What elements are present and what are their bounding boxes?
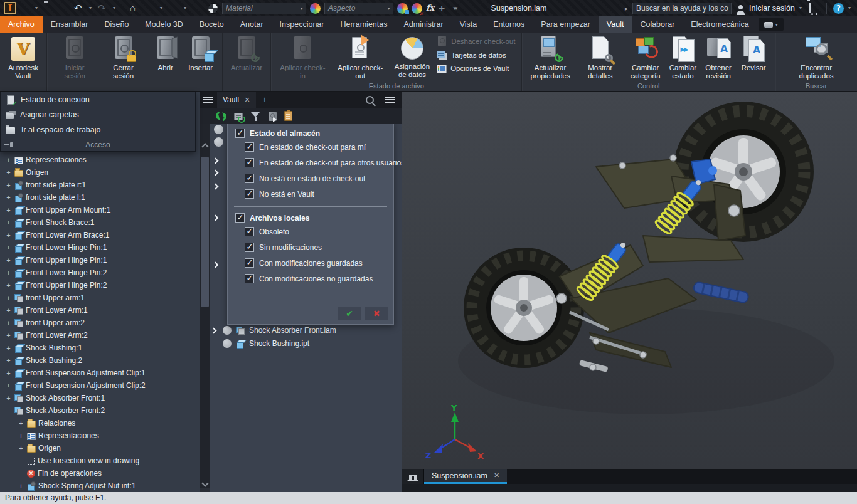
ribbon-tab[interactable]: Modelo 3D bbox=[137, 16, 191, 33]
ribbon-tab[interactable]: Diseño bbox=[96, 16, 137, 33]
scrollbar-thumb[interactable] bbox=[201, 157, 209, 307]
clipboard-icon[interactable] bbox=[284, 111, 292, 121]
tree-expand-toggle[interactable]: + bbox=[5, 307, 12, 314]
tree-expand-toggle[interactable]: + bbox=[18, 444, 24, 452]
tree-item[interactable]: + Front Upper Hinge Pin:1 bbox=[0, 254, 200, 266]
tree-expand-toggle[interactable]: + bbox=[5, 344, 12, 352]
filter-checkbox-item[interactable]: Con modificaciones guardadas bbox=[228, 255, 393, 271]
tree-expand-toggle[interactable]: + bbox=[5, 269, 12, 276]
access-menu-item[interactable]: Estado de conexión bbox=[1, 92, 195, 107]
filter-checkbox-item[interactable]: No está en Vault bbox=[228, 186, 393, 202]
ribbon-button[interactable]: Abrir bbox=[148, 34, 183, 73]
vault-file-row[interactable]: Shock Bushing.ipt bbox=[210, 337, 402, 350]
ribbon-button[interactable]: Iniciar sesión bbox=[51, 34, 98, 81]
tree-item[interactable]: + Front Upper Arm Mount:1 bbox=[0, 204, 200, 216]
pin-icon[interactable] bbox=[4, 142, 13, 148]
vault-export-icon[interactable] bbox=[269, 112, 277, 121]
tree-item[interactable]: + Front Lower Arm Brace:1 bbox=[0, 229, 200, 241]
tree-expand-toggle[interactable]: + bbox=[5, 357, 12, 364]
tree-item[interactable]: + Shock Bushing:1 bbox=[0, 342, 200, 354]
tree-expand-toggle[interactable]: + bbox=[5, 181, 12, 189]
undo-dropdown-icon[interactable]: ▾ bbox=[89, 3, 94, 14]
tree-expand-toggle[interactable]: + bbox=[5, 332, 12, 339]
ribbon-button[interactable]: Aplicar check-out bbox=[331, 34, 390, 81]
tree-item[interactable]: + Representaciones bbox=[0, 154, 200, 166]
ribbon-button[interactable]: Actualizar bbox=[226, 34, 267, 73]
ribbon-button[interactable]: Cerrar sesión bbox=[98, 34, 147, 81]
cancel-filter-button[interactable]: ✖ bbox=[365, 307, 388, 320]
help-dropdown-icon[interactable]: ▾ bbox=[848, 3, 853, 14]
tree-expand-toggle[interactable]: + bbox=[18, 432, 24, 439]
tree-expand-toggle[interactable]: + bbox=[18, 419, 24, 427]
save-button[interactable] bbox=[59, 3, 70, 14]
filter-checkbox-item[interactable]: No está en estado de check-out bbox=[228, 171, 393, 186]
tree-item[interactable]: + Origen bbox=[0, 442, 200, 454]
tree-item[interactable]: + front Upper arm:1 bbox=[0, 291, 200, 304]
help-icon[interactable]: ? bbox=[833, 3, 844, 14]
panel-options-icon[interactable] bbox=[385, 97, 395, 103]
tree-item[interactable]: + Front Lower Hinge Pin:2 bbox=[0, 266, 200, 279]
open-file-button[interactable] bbox=[44, 3, 55, 14]
scroll-down-icon[interactable] bbox=[201, 480, 208, 486]
tree-expand-toggle[interactable]: + bbox=[5, 244, 12, 251]
toolbar-overflow-icon[interactable]: ▾▾ bbox=[453, 3, 464, 14]
redo-dropdown-icon[interactable]: ▾ bbox=[113, 3, 118, 14]
undo-button[interactable]: ↶ bbox=[74, 3, 85, 14]
add-toolbar-command-icon[interactable]: + bbox=[438, 3, 449, 14]
filter-checkbox-item[interactable]: Obsoleto bbox=[228, 224, 393, 239]
ribbon-button[interactable]: Encontrar duplicados bbox=[779, 34, 853, 81]
measure-tool-button[interactable] bbox=[193, 3, 204, 14]
inventor-logo-icon[interactable]: I bbox=[4, 2, 16, 14]
viewport-3d-model[interactable]: Y X Z bbox=[402, 92, 857, 492]
tree-item[interactable]: + Front Shock Brace:1 bbox=[0, 216, 200, 229]
new-file-dropdown-icon[interactable]: ▾ bbox=[35, 3, 40, 14]
material-dropdown[interactable]: Material ▾ bbox=[222, 3, 306, 14]
sync-server-icon[interactable] bbox=[234, 113, 243, 120]
panel-menu-icon[interactable] bbox=[203, 97, 213, 103]
ribbon-button[interactable]: Cambiar categoría bbox=[626, 34, 665, 81]
ribbon-small-button[interactable]: Deshacer check-out bbox=[437, 36, 515, 46]
tree-expand-toggle[interactable]: + bbox=[5, 319, 12, 327]
parameters-fx-icon[interactable]: fx bbox=[426, 3, 434, 14]
ribbon-tab[interactable]: Inspeccionar bbox=[272, 16, 333, 33]
material-color-wheel-icon[interactable] bbox=[310, 3, 321, 14]
home-tab[interactable] bbox=[402, 469, 424, 484]
search-flyout-icon[interactable]: ▸ bbox=[625, 5, 628, 12]
ribbon-tab[interactable]: Boceto bbox=[191, 16, 232, 33]
tree-item[interactable]: + Shock Bushing:2 bbox=[0, 354, 200, 367]
tree-item[interactable]: Fin de operaciones bbox=[0, 467, 200, 480]
tree-expand-toggle[interactable]: + bbox=[5, 394, 12, 402]
ribbon-button[interactable]: Actualizar propiedades bbox=[526, 34, 574, 81]
redo-button[interactable]: ↷ bbox=[98, 3, 109, 14]
ribbon-button[interactable]: Asignación de datos bbox=[390, 34, 434, 80]
ribbon-tab[interactable]: Archivo bbox=[0, 16, 43, 33]
tree-item[interactable]: + Front Lower Arm:2 bbox=[0, 329, 200, 342]
model-tree-scrollbar[interactable] bbox=[200, 124, 210, 488]
filter-icon[interactable] bbox=[250, 111, 261, 122]
refresh-icon[interactable] bbox=[215, 109, 228, 123]
tree-item[interactable]: + Front Lower Arm:1 bbox=[0, 304, 200, 317]
filter-checkbox-item[interactable]: En estado de check-out para otros usuari… bbox=[228, 155, 393, 171]
tree-expand-toggle[interactable]: + bbox=[5, 194, 12, 201]
tree-expand-toggle[interactable]: + bbox=[5, 256, 12, 264]
performance-dropdown-icon[interactable]: ▾ bbox=[160, 3, 165, 14]
ribbon-button[interactable]: Obtener revisión bbox=[701, 34, 736, 81]
ribbon-button[interactable]: Mostrar detalles bbox=[575, 34, 626, 81]
tree-item[interactable]: + Front Suspension Adjustment Clip:2 bbox=[0, 379, 200, 392]
tree-item[interactable]: + Shock Spring Adjust Nut int:1 bbox=[0, 480, 200, 492]
filter-checkbox-item[interactable]: Sin modificaciones bbox=[228, 239, 393, 255]
ribbon-small-button[interactable]: Opciones de Vault bbox=[437, 63, 515, 73]
render-style-icon[interactable] bbox=[208, 3, 218, 14]
adjust-appearance-icon[interactable] bbox=[397, 3, 408, 14]
tree-expand-toggle[interactable]: + bbox=[5, 156, 12, 164]
checkbox-checked-icon[interactable] bbox=[235, 129, 245, 138]
ribbon-tab[interactable]: Administrar bbox=[395, 16, 451, 33]
tree-item[interactable]: + Front Lower Hinge Pin:1 bbox=[0, 241, 200, 254]
ribbon-tab[interactable]: Vault bbox=[599, 16, 632, 33]
new-file-button[interactable] bbox=[20, 3, 31, 14]
tree-expand-toggle[interactable]: + bbox=[5, 382, 12, 389]
apply-filter-button[interactable]: ✔ bbox=[338, 307, 361, 320]
filter-section-header[interactable]: Archivos locales bbox=[228, 207, 393, 224]
close-tab-icon[interactable]: ✕ bbox=[244, 96, 250, 104]
tree-expand-toggle[interactable]: + bbox=[5, 369, 12, 377]
